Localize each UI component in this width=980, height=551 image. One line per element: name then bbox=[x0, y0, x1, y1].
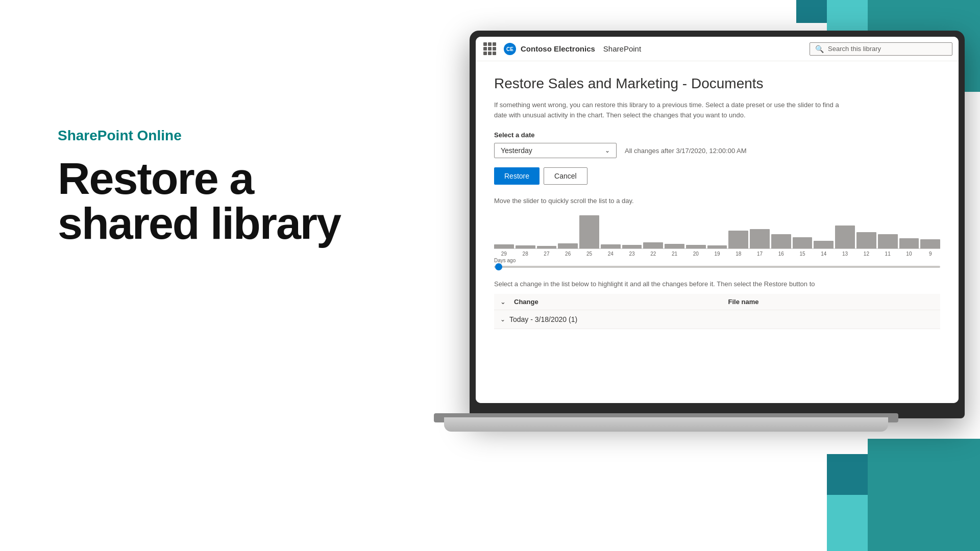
chart-label: 21 bbox=[665, 251, 684, 257]
chevron-down-icon: ⌄ bbox=[500, 298, 506, 306]
action-buttons: Restore Cancel bbox=[494, 167, 940, 185]
chart-label: 29 bbox=[494, 251, 514, 257]
chart-bar bbox=[622, 245, 642, 248]
company-name: Contoso Electronics bbox=[521, 44, 595, 53]
chart-bars bbox=[494, 211, 940, 249]
chart-label: 12 bbox=[856, 251, 876, 257]
table-header: ⌄ Change File name bbox=[494, 294, 940, 310]
chart-bar bbox=[579, 215, 599, 248]
sort-icon-col[interactable]: ⌄ bbox=[500, 298, 506, 306]
date-row: Yesterday ⌄ All changes after 3/17/2020,… bbox=[494, 143, 940, 158]
chart-label: 13 bbox=[835, 251, 855, 257]
chart-label: 15 bbox=[793, 251, 813, 257]
page-description: If something went wrong, you can restore… bbox=[494, 100, 851, 120]
search-placeholder: Search this library bbox=[828, 45, 881, 53]
chart-label: 23 bbox=[622, 251, 642, 257]
chart-label: 22 bbox=[643, 251, 663, 257]
chart-bar bbox=[494, 244, 514, 248]
contoso-logo-icon: CE bbox=[503, 42, 517, 56]
chart-label: 27 bbox=[537, 251, 557, 257]
chart-bar bbox=[558, 243, 578, 248]
chart-label: 14 bbox=[814, 251, 834, 257]
list-instruction: Select a change in the list below to hig… bbox=[494, 280, 851, 288]
slider-thumb[interactable] bbox=[495, 263, 502, 270]
activity-chart: 2928272625242322212019181716151413121110… bbox=[494, 211, 940, 262]
date-value: Yesterday bbox=[501, 146, 532, 155]
chart-label: 18 bbox=[728, 251, 748, 257]
main-title-line1: Restore a bbox=[58, 156, 374, 201]
chart-bar bbox=[878, 234, 898, 248]
restore-button[interactable]: Restore bbox=[494, 167, 540, 185]
cancel-button[interactable]: Cancel bbox=[544, 167, 587, 185]
date-dropdown[interactable]: Yesterday ⌄ bbox=[494, 143, 617, 158]
sharepoint-content: Restore Sales and Marketing - Documents … bbox=[476, 61, 959, 403]
chart-label: 24 bbox=[601, 251, 621, 257]
search-box[interactable]: 🔍 Search this library bbox=[810, 42, 952, 56]
table-group-row[interactable]: ⌄ Today - 3/18/2020 (1) bbox=[494, 310, 940, 329]
laptop-container: CE Contoso Electronics SharePoint 🔍 Sear… bbox=[419, 31, 980, 520]
sharepoint-navbar: CE Contoso Electronics SharePoint 🔍 Sear… bbox=[476, 37, 959, 61]
laptop-screen: CE Contoso Electronics SharePoint 🔍 Sear… bbox=[476, 37, 959, 403]
chart-bar bbox=[643, 242, 663, 248]
chart-bar bbox=[707, 245, 727, 248]
waffle-menu-button[interactable] bbox=[482, 41, 497, 57]
date-label: Select a date bbox=[494, 131, 940, 139]
slider-label: Move the slider to quickly scroll the li… bbox=[494, 197, 940, 205]
product-name: SharePoint bbox=[603, 44, 641, 53]
column-change: Change bbox=[514, 298, 720, 306]
chart-bar bbox=[793, 237, 813, 248]
chart-label: 11 bbox=[878, 251, 898, 257]
changes-after-label: All changes after 3/17/2020, 12:00:00 AM bbox=[625, 147, 747, 155]
main-title-line2: shared library bbox=[58, 201, 374, 246]
date-slider[interactable] bbox=[494, 266, 940, 268]
chart-bar bbox=[771, 234, 791, 248]
chart-bar bbox=[814, 241, 834, 248]
search-icon: 🔍 bbox=[815, 45, 824, 53]
chart-bar bbox=[516, 245, 535, 248]
chevron-down-icon: ⌄ bbox=[605, 147, 610, 154]
chart-bar bbox=[750, 229, 770, 248]
chart-label: 9 bbox=[920, 251, 940, 257]
chart-label: 26 bbox=[558, 251, 578, 257]
chart-label: 19 bbox=[707, 251, 727, 257]
waffle-icon bbox=[483, 42, 496, 55]
chart-label: 10 bbox=[899, 251, 919, 257]
main-title: Restore a shared library bbox=[58, 156, 374, 246]
chart-bar bbox=[835, 226, 855, 248]
chart-label: 25 bbox=[579, 251, 599, 257]
laptop-body: CE Contoso Electronics SharePoint 🔍 Sear… bbox=[470, 31, 965, 418]
chart-labels: 2928272625242322212019181716151413121110… bbox=[494, 251, 940, 257]
page-title: Restore Sales and Marketing - Documents bbox=[494, 76, 940, 92]
teal-decor-tr3 bbox=[796, 0, 827, 23]
contoso-logo-area[interactable]: CE Contoso Electronics bbox=[503, 42, 595, 56]
column-filename: File name bbox=[728, 298, 935, 306]
chart-bar bbox=[899, 238, 919, 248]
chart-bar bbox=[665, 244, 684, 248]
left-panel: SharePoint Online Restore a shared libra… bbox=[58, 128, 374, 246]
group-label: Today - 3/18/2020 (1) bbox=[509, 315, 577, 323]
chart-label: 16 bbox=[771, 251, 791, 257]
chart-bar bbox=[728, 231, 748, 248]
days-ago-label: Days ago bbox=[494, 258, 940, 263]
chart-bar bbox=[686, 245, 706, 248]
chart-bar bbox=[856, 232, 876, 248]
screen-bezel: CE Contoso Electronics SharePoint 🔍 Sear… bbox=[476, 37, 959, 403]
chart-bar bbox=[601, 244, 621, 248]
chart-bar bbox=[920, 239, 940, 248]
chart-label: 17 bbox=[750, 251, 770, 257]
laptop-base bbox=[444, 417, 888, 432]
chart-label: 20 bbox=[686, 251, 706, 257]
chevron-down-icon: ⌄ bbox=[500, 316, 505, 323]
chart-bar bbox=[537, 246, 557, 248]
chart-label: 28 bbox=[516, 251, 535, 257]
svg-text:CE: CE bbox=[506, 46, 513, 52]
subtitle: SharePoint Online bbox=[58, 128, 374, 144]
